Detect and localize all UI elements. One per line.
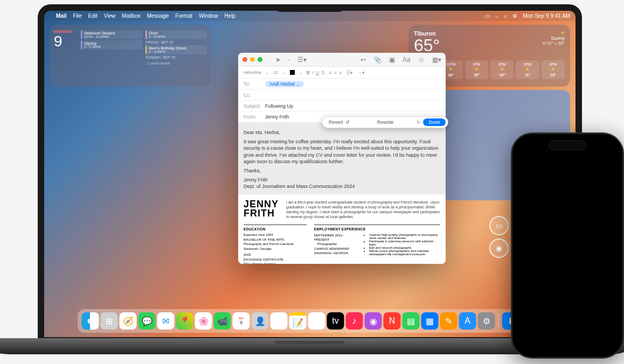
dock-messages-icon[interactable]: 💬 (138, 312, 156, 330)
list-icon[interactable]: ☰▾ (346, 70, 353, 75)
dock-contacts-icon[interactable]: 👤 (252, 312, 269, 330)
dock-music-icon[interactable]: ♪ (346, 312, 363, 330)
italic-button[interactable]: I (312, 70, 314, 75)
dock: ☻ ⊞ 🧭 💬 ✉ 📍 🌸 📹 SEP9 👤 ☰ 📝 ✏ tv ♪ ◉ N ▤ … (78, 309, 543, 333)
laptop-icon[interactable]: ▭ (489, 216, 509, 235)
dock-podcasts-icon[interactable]: ◉ (365, 312, 382, 330)
calendar-event: Darkroom Session10:30 – 11:30AM (81, 30, 142, 39)
menubar-left: Mail File Edit View Mailbox Message Form… (50, 13, 235, 19)
iphone-device (511, 132, 624, 359)
menu-file[interactable]: File (73, 13, 81, 19)
mail-titlebar[interactable]: ➤ ⌄ ☰▾ ↩ 📎 ▣ Aa ☺ ▦▾ (238, 53, 446, 67)
battery-icon[interactable]: ▭ (485, 13, 490, 19)
align-right-icon[interactable]: ≡ (339, 70, 342, 75)
dock-safari-icon[interactable]: 🧭 (120, 312, 137, 330)
calendar-day-number: 9 (54, 34, 81, 49)
menu-mailbox[interactable]: Mailbox (122, 13, 140, 19)
body-dept: Dept. of Journalism and Mass Communicati… (244, 183, 440, 190)
media-icon[interactable]: ▦▾ (432, 56, 441, 64)
mouse-icon[interactable]: ◉ (489, 239, 509, 258)
weather-hilo: H:72° L:55° (543, 41, 565, 46)
dock-facetime-icon[interactable]: 📹 (214, 312, 231, 330)
dock-freeform-icon[interactable]: ✏ (308, 312, 325, 330)
calendar-event: Choir6 – 8:45PM (145, 30, 207, 39)
dock-maps-icon[interactable]: 📍 (176, 312, 193, 330)
revert-button[interactable]: Revert ↺ (324, 118, 354, 126)
control-center-icon[interactable]: ⚙ (512, 13, 517, 19)
menu-help[interactable]: Help (225, 13, 236, 19)
body-signoff: Thanks, (244, 167, 440, 174)
dock-reminders-icon[interactable]: ☰ (271, 312, 288, 330)
reply-icon[interactable]: ↩ (360, 56, 366, 64)
undo-icon: ↺ (345, 120, 350, 125)
bold-button[interactable]: B (307, 70, 310, 75)
done-button[interactable]: Done (423, 118, 446, 126)
color-swatch[interactable] (290, 70, 295, 75)
resume-bio: I am a third-year student undergraduate … (286, 200, 440, 219)
send-icon[interactable]: ➤ (275, 56, 281, 64)
dock-pages-icon[interactable]: ✎ (440, 312, 457, 330)
format-icon[interactable]: Aa (403, 56, 411, 64)
align-left-icon[interactable]: ≡ (329, 70, 331, 75)
close-button[interactable] (242, 57, 247, 62)
dock-news-icon[interactable]: N (384, 312, 401, 330)
emoji-icon[interactable]: ☺ (418, 56, 425, 64)
minimize-button[interactable] (250, 57, 255, 62)
resume-experience: EMPLOYMENT EXPERIENCE SEPTEMBER 2021–PRE… (314, 225, 440, 264)
body-name: Jenny Frith (244, 177, 440, 184)
dock-mail-icon[interactable]: ✉ (157, 312, 175, 330)
subject-field[interactable]: Subject: Following Up (238, 101, 446, 111)
cc-field[interactable]: Cc: (238, 90, 446, 101)
maximize-button[interactable] (258, 57, 262, 62)
dock-keynote-icon[interactable]: ▦ (421, 312, 439, 330)
dock-notes-icon[interactable]: 📝 (289, 312, 307, 330)
photo-icon[interactable]: ▣ (389, 56, 395, 64)
dock-tv-icon[interactable]: tv (327, 312, 344, 330)
weather-hour: 2PM☀70° (490, 60, 514, 79)
search-icon[interactable]: ⌕ (504, 13, 507, 19)
align-center-icon[interactable]: ≡ (334, 70, 337, 75)
menu-window[interactable]: Window (199, 13, 218, 19)
weather-summary: Tiburon 65° ☀ Sunny H:72° L:55° (414, 30, 565, 54)
attach-icon[interactable]: 📎 (373, 56, 382, 64)
recipient-chip[interactable]: Andi Herbst ⌄ (265, 81, 304, 87)
mail-body[interactable]: Dear Ms. Herbst, It was great meeting fo… (238, 123, 446, 194)
resume-education: EDUCATION Expected June 2024 BACHELOR OF… (244, 225, 307, 264)
underline-button[interactable]: U (316, 70, 320, 75)
menu-edit[interactable]: Edit (88, 13, 98, 19)
menu-view[interactable]: View (104, 13, 116, 19)
dock-finder-icon[interactable]: ☻ (82, 312, 99, 330)
menubar-app[interactable]: Mail (56, 13, 66, 19)
weather-hour: 4PM☀73° (542, 60, 565, 79)
wifi-icon[interactable]: ⌵ (495, 13, 498, 19)
weather-temp: 65° (414, 37, 440, 54)
chevron-down-icon[interactable]: ⌄ (287, 57, 291, 62)
menu-message[interactable]: Message (147, 13, 169, 19)
strike-button[interactable]: S (321, 70, 324, 75)
calendar-event: Qigong2 – 2:30PM (81, 40, 142, 50)
dock-appstore-icon[interactable]: A (459, 312, 476, 330)
header-toggle-icon[interactable]: ☰▾ (297, 56, 307, 64)
font-select[interactable]: Helvetica (244, 70, 261, 75)
indent-icon[interactable]: →▾ (357, 70, 365, 75)
calendar-events: Darkroom Session10:30 – 11:30AM Qigong2 … (81, 29, 207, 82)
menubar: Mail File Edit View Mailbox Message Form… (44, 11, 576, 21)
desktop: Mail File Edit View Mailbox Message Form… (44, 11, 576, 337)
redo-icon[interactable]: ↻ (417, 120, 421, 125)
dock-photos-icon[interactable]: 🌸 (195, 312, 212, 330)
weather-condition: Sunny (543, 36, 565, 41)
dock-calendar-icon[interactable]: SEP9 (233, 312, 250, 330)
weather-hour: 1PM☀70° (465, 60, 488, 79)
dock-launchpad-icon[interactable]: ⊞ (101, 312, 118, 330)
resume-name: JENNYFRITH (244, 200, 279, 219)
dock-settings-icon[interactable]: ⚙ (478, 312, 495, 330)
menu-format[interactable]: Format (175, 13, 192, 19)
from-value: Jenny Frith (265, 114, 289, 120)
calendar-widget[interactable]: MONDAY 9 Darkroom Session10:30 – 11:30AM… (50, 25, 211, 87)
size-select[interactable]: 12 (273, 70, 278, 75)
resume-attachment[interactable]: JENNYFRITH I am a third-year student und… (238, 194, 446, 264)
dock-numbers-icon[interactable]: ▤ (403, 312, 420, 330)
to-field[interactable]: To: Andi Herbst ⌄ (238, 79, 446, 90)
menubar-datetime[interactable]: Mon Sep 9 9:41 AM (523, 13, 570, 19)
rewrite-label[interactable]: Rewrite (356, 120, 415, 125)
